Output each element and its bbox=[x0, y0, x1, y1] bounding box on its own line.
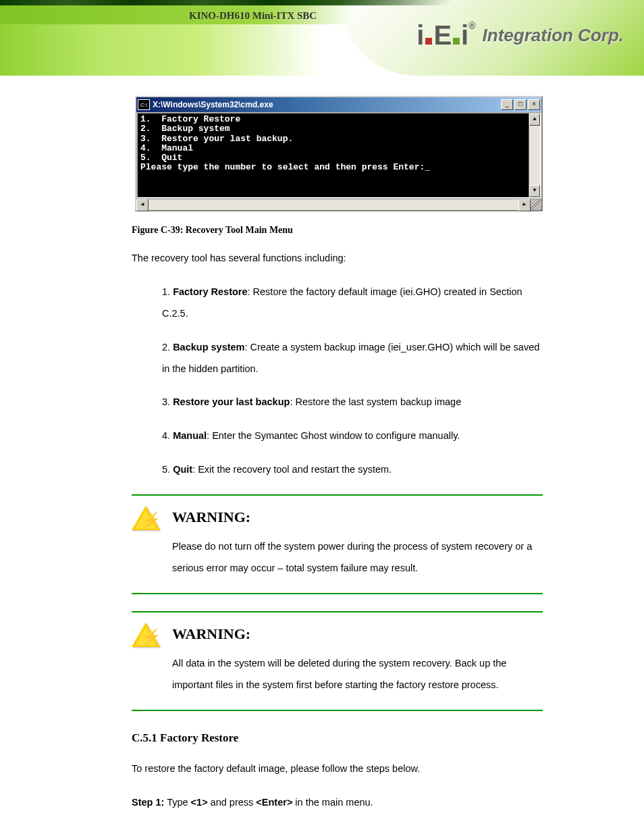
intro-text: The recovery tool has several functions … bbox=[132, 248, 543, 269]
step-key-2: <Enter> bbox=[256, 797, 292, 808]
item-num: 1. bbox=[162, 286, 170, 297]
list-item-2: 2. Backup system: Create a system backup… bbox=[162, 337, 543, 380]
warning-label: WARNING: bbox=[172, 625, 543, 643]
step-key-1: <1> bbox=[191, 797, 208, 808]
cmd-line-6: Please type the number to select and the… bbox=[140, 162, 430, 172]
vertical-scrollbar[interactable]: ▲ ▼ bbox=[529, 113, 540, 197]
item-num: 5. bbox=[162, 464, 170, 475]
step-1: Step 1: Type <1> and press <Enter> in th… bbox=[132, 792, 543, 814]
logo-area: iEi® Integration Corp. bbox=[417, 20, 624, 51]
item-title: Backup system bbox=[173, 342, 244, 353]
list-item-5: 5. Quit: Exit the recovery tool and rest… bbox=[162, 459, 543, 481]
scroll-track-v[interactable] bbox=[529, 126, 540, 185]
logo-iei-icon: iEi® bbox=[417, 20, 475, 51]
cmd-line-3: 3. Restore your last backup. bbox=[140, 134, 293, 144]
cmd-line-1: 1. Factory Restore bbox=[140, 114, 240, 124]
warning-icon: ⚡ bbox=[132, 623, 160, 647]
cmd-title: X:\Windows\System32\cmd.exe bbox=[153, 100, 501, 109]
item-desc: : Enter the Symantec Ghost window to con… bbox=[207, 430, 460, 441]
step-text-b: and press bbox=[208, 797, 257, 808]
page-content: C:\ X:\Windows\System32\cmd.exe _ □ × 1.… bbox=[0, 76, 644, 834]
cmd-body: 1. Factory Restore 2. Backup system 3. R… bbox=[138, 113, 529, 197]
item-title: Quit bbox=[173, 464, 192, 475]
cmd-icon: C:\ bbox=[138, 99, 150, 110]
cmd-line-4: 4. Manual bbox=[140, 143, 193, 153]
item-desc: : Exit the recovery tool and restart the… bbox=[192, 464, 392, 475]
scroll-right-icon[interactable]: ► bbox=[518, 199, 531, 211]
cmd-line-2: 2. Backup system bbox=[140, 124, 230, 134]
section-heading: C.5.1 Factory Restore bbox=[132, 731, 543, 745]
list-item-1: 1. Factory Restore: Restore the factory … bbox=[162, 282, 543, 325]
item-title: Restore your last backup bbox=[173, 396, 290, 407]
item-num: 4. bbox=[162, 430, 170, 441]
item-title: Factory Restore bbox=[173, 286, 247, 297]
step-text-a: Type bbox=[167, 797, 190, 808]
warning-icon: ⚡ bbox=[132, 506, 160, 530]
warning-text-2: All data in the system will be deleted d… bbox=[172, 653, 543, 696]
close-button[interactable]: × bbox=[528, 99, 540, 110]
window-controls: _ □ × bbox=[501, 99, 540, 110]
list-item-4: 4. Manual: Enter the Symantec Ghost wind… bbox=[162, 425, 543, 447]
item-title: Manual bbox=[173, 430, 207, 441]
figure-caption: Figure C-39: Recovery Tool Main Menu bbox=[132, 225, 543, 236]
bottom-banner: Page 143 bbox=[0, 825, 644, 834]
item-num: 3. bbox=[162, 396, 170, 407]
warning-box-1: ⚡ WARNING: Please do not turn off the sy… bbox=[132, 494, 543, 594]
warning-box-2: ⚡ WARNING: All data in the system will b… bbox=[132, 611, 543, 711]
item-desc: : Restore the last system backup image bbox=[290, 396, 461, 407]
horizontal-scrollbar[interactable]: ◄ ► bbox=[136, 199, 541, 210]
maximize-button[interactable]: □ bbox=[514, 99, 527, 110]
warning-label: WARNING: bbox=[172, 509, 543, 526]
step-text-c: in the main menu. bbox=[292, 797, 373, 808]
scroll-down-icon[interactable]: ▼ bbox=[529, 185, 540, 197]
cmd-line-5: 5. Quit bbox=[140, 153, 182, 163]
cmd-window: C:\ X:\Windows\System32\cmd.exe _ □ × 1.… bbox=[135, 96, 543, 211]
minimize-button[interactable]: _ bbox=[501, 99, 513, 110]
step-prefix: Step 1: bbox=[132, 797, 164, 808]
scroll-up-icon[interactable]: ▲ bbox=[529, 113, 540, 126]
logo-text: Integration Corp. bbox=[483, 25, 624, 46]
list-item-3: 3. Restore your last backup: Restore the… bbox=[162, 392, 543, 413]
item-num: 2. bbox=[162, 342, 170, 353]
body-text-2: To restore the factory default image, pl… bbox=[132, 758, 543, 780]
scroll-track-h[interactable] bbox=[149, 199, 518, 210]
scroll-left-icon[interactable]: ◄ bbox=[136, 199, 149, 211]
manual-title: KINO-DH610 Mini-ITX SBC bbox=[189, 10, 317, 22]
warning-text-1: Please do not turn off the system power … bbox=[172, 536, 543, 579]
cmd-titlebar: C:\ X:\Windows\System32\cmd.exe _ □ × bbox=[136, 97, 541, 112]
top-banner: KINO-DH610 Mini-ITX SBC iEi® Integration… bbox=[0, 0, 644, 76]
cmd-body-wrap: 1. Factory Restore 2. Backup system 3. R… bbox=[136, 112, 541, 199]
resize-grip-icon[interactable] bbox=[531, 199, 541, 210]
